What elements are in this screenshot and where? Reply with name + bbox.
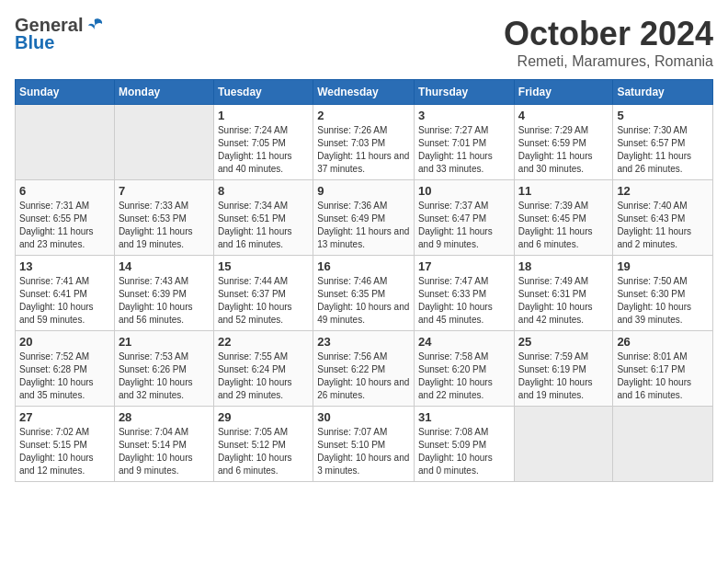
day-cell: 20Sunrise: 7:52 AMSunset: 6:28 PMDayligh…	[16, 331, 115, 407]
day-info: Sunrise: 7:33 AMSunset: 6:53 PMDaylight:…	[119, 200, 210, 251]
day-number: 6	[19, 184, 110, 198]
day-info: Sunrise: 7:39 AMSunset: 6:45 PMDaylight:…	[518, 200, 609, 251]
location-subtitle: Remeti, Maramures, Romania	[504, 53, 713, 70]
day-cell: 18Sunrise: 7:49 AMSunset: 6:31 PMDayligh…	[514, 256, 613, 331]
day-info: Sunrise: 7:46 AMSunset: 6:35 PMDaylight:…	[317, 275, 410, 327]
day-info: Sunrise: 7:30 AMSunset: 6:57 PMDaylight:…	[617, 124, 709, 176]
day-number: 10	[418, 184, 510, 198]
weekday-header-saturday: Saturday	[613, 80, 713, 105]
day-cell: 31Sunrise: 7:08 AMSunset: 5:09 PMDayligh…	[415, 407, 515, 482]
day-info: Sunrise: 7:04 AMSunset: 5:14 PMDaylight:…	[119, 426, 210, 477]
day-cell: 10Sunrise: 7:37 AMSunset: 6:47 PMDayligh…	[415, 180, 515, 256]
day-cell: 8Sunrise: 7:34 AMSunset: 6:51 PMDaylight…	[213, 180, 313, 256]
day-number: 30	[317, 410, 410, 424]
day-number: 22	[218, 335, 309, 349]
day-info: Sunrise: 7:29 AMSunset: 6:59 PMDaylight:…	[518, 124, 609, 176]
day-info: Sunrise: 7:27 AMSunset: 7:01 PMDaylight:…	[418, 124, 510, 176]
week-row-1: 1Sunrise: 7:24 AMSunset: 7:05 PMDaylight…	[16, 105, 713, 180]
weekday-header-friday: Friday	[514, 80, 613, 105]
day-number: 5	[617, 109, 709, 122]
day-cell: 24Sunrise: 7:58 AMSunset: 6:20 PMDayligh…	[415, 331, 515, 407]
day-info: Sunrise: 7:52 AMSunset: 6:28 PMDaylight:…	[19, 350, 110, 402]
day-number: 25	[518, 335, 609, 349]
day-cell: 4Sunrise: 7:29 AMSunset: 6:59 PMDaylight…	[514, 105, 613, 180]
day-cell: 27Sunrise: 7:02 AMSunset: 5:15 PMDayligh…	[16, 407, 115, 482]
day-number: 31	[418, 410, 510, 424]
day-info: Sunrise: 7:56 AMSunset: 6:22 PMDaylight:…	[317, 350, 410, 402]
weekday-header-thursday: Thursday	[415, 80, 515, 105]
day-cell: 21Sunrise: 7:53 AMSunset: 6:26 PMDayligh…	[114, 331, 213, 407]
day-number: 1	[218, 109, 309, 122]
day-cell: 6Sunrise: 7:31 AMSunset: 6:55 PMDaylight…	[16, 180, 115, 256]
day-cell: 2Sunrise: 7:26 AMSunset: 7:03 PMDaylight…	[313, 105, 415, 180]
day-info: Sunrise: 7:31 AMSunset: 6:55 PMDaylight:…	[19, 200, 110, 251]
day-info: Sunrise: 7:02 AMSunset: 5:15 PMDaylight:…	[19, 426, 110, 477]
day-info: Sunrise: 7:55 AMSunset: 6:24 PMDaylight:…	[218, 350, 309, 402]
day-info: Sunrise: 7:08 AMSunset: 5:09 PMDaylight:…	[418, 426, 510, 477]
day-cell	[114, 105, 213, 180]
day-number: 27	[19, 410, 110, 424]
day-number: 17	[418, 259, 510, 273]
day-cell: 15Sunrise: 7:44 AMSunset: 6:37 PMDayligh…	[213, 256, 313, 331]
week-row-5: 27Sunrise: 7:02 AMSunset: 5:15 PMDayligh…	[16, 407, 713, 482]
day-cell: 23Sunrise: 7:56 AMSunset: 6:22 PMDayligh…	[313, 331, 415, 407]
day-cell: 5Sunrise: 7:30 AMSunset: 6:57 PMDaylight…	[613, 105, 713, 180]
day-cell: 14Sunrise: 7:43 AMSunset: 6:39 PMDayligh…	[114, 256, 213, 331]
day-number: 24	[418, 335, 510, 349]
day-number: 7	[119, 184, 210, 198]
header: General Blue October 2024 Remeti, Maramu…	[15, 15, 713, 70]
calendar-table: SundayMondayTuesdayWednesdayThursdayFrid…	[15, 79, 713, 482]
day-number: 14	[119, 259, 210, 273]
day-info: Sunrise: 7:40 AMSunset: 6:43 PMDaylight:…	[617, 200, 709, 251]
day-number: 2	[317, 109, 410, 122]
day-number: 23	[317, 335, 410, 349]
weekday-header-tuesday: Tuesday	[213, 80, 313, 105]
day-cell: 25Sunrise: 7:59 AMSunset: 6:19 PMDayligh…	[514, 331, 613, 407]
day-info: Sunrise: 7:44 AMSunset: 6:37 PMDaylight:…	[218, 275, 309, 327]
day-info: Sunrise: 7:49 AMSunset: 6:31 PMDaylight:…	[518, 275, 609, 327]
day-info: Sunrise: 7:58 AMSunset: 6:20 PMDaylight:…	[418, 350, 510, 402]
weekday-header-row: SundayMondayTuesdayWednesdayThursdayFrid…	[16, 80, 713, 105]
day-number: 4	[518, 109, 609, 122]
weekday-header-wednesday: Wednesday	[313, 80, 415, 105]
day-info: Sunrise: 8:01 AMSunset: 6:17 PMDaylight:…	[617, 350, 709, 402]
day-info: Sunrise: 7:43 AMSunset: 6:39 PMDaylight:…	[119, 275, 210, 327]
day-cell: 16Sunrise: 7:46 AMSunset: 6:35 PMDayligh…	[313, 256, 415, 331]
day-info: Sunrise: 7:41 AMSunset: 6:41 PMDaylight:…	[19, 275, 110, 327]
day-number: 19	[617, 259, 709, 273]
day-cell: 1Sunrise: 7:24 AMSunset: 7:05 PMDaylight…	[213, 105, 313, 180]
day-number: 15	[218, 259, 309, 273]
day-info: Sunrise: 7:07 AMSunset: 5:10 PMDaylight:…	[317, 426, 410, 477]
day-info: Sunrise: 7:47 AMSunset: 6:33 PMDaylight:…	[418, 275, 510, 327]
logo-blue-text: Blue	[15, 32, 54, 53]
day-info: Sunrise: 7:26 AMSunset: 7:03 PMDaylight:…	[317, 124, 410, 176]
day-info: Sunrise: 7:36 AMSunset: 6:49 PMDaylight:…	[317, 200, 410, 251]
day-info: Sunrise: 7:37 AMSunset: 6:47 PMDaylight:…	[418, 200, 510, 251]
day-cell	[613, 407, 713, 482]
day-number: 16	[317, 259, 410, 273]
week-row-3: 13Sunrise: 7:41 AMSunset: 6:41 PMDayligh…	[16, 256, 713, 331]
weekday-header-sunday: Sunday	[16, 80, 115, 105]
day-cell: 28Sunrise: 7:04 AMSunset: 5:14 PMDayligh…	[114, 407, 213, 482]
day-number: 8	[218, 184, 309, 198]
day-number: 13	[19, 259, 110, 273]
day-info: Sunrise: 7:59 AMSunset: 6:19 PMDaylight:…	[518, 350, 609, 402]
day-cell: 19Sunrise: 7:50 AMSunset: 6:30 PMDayligh…	[613, 256, 713, 331]
weekday-header-monday: Monday	[114, 80, 213, 105]
day-number: 11	[518, 184, 609, 198]
week-row-2: 6Sunrise: 7:31 AMSunset: 6:55 PMDaylight…	[16, 180, 713, 256]
day-info: Sunrise: 7:50 AMSunset: 6:30 PMDaylight:…	[617, 275, 709, 327]
day-cell: 17Sunrise: 7:47 AMSunset: 6:33 PMDayligh…	[415, 256, 515, 331]
day-number: 20	[19, 335, 110, 349]
day-cell: 29Sunrise: 7:05 AMSunset: 5:12 PMDayligh…	[213, 407, 313, 482]
month-title: October 2024	[504, 15, 713, 53]
day-number: 21	[119, 335, 210, 349]
day-number: 12	[617, 184, 709, 198]
day-cell: 26Sunrise: 8:01 AMSunset: 6:17 PMDayligh…	[613, 331, 713, 407]
day-cell: 11Sunrise: 7:39 AMSunset: 6:45 PMDayligh…	[514, 180, 613, 256]
day-info: Sunrise: 7:34 AMSunset: 6:51 PMDaylight:…	[218, 200, 309, 251]
day-cell	[514, 407, 613, 482]
week-row-4: 20Sunrise: 7:52 AMSunset: 6:28 PMDayligh…	[16, 331, 713, 407]
logo: General Blue	[15, 15, 105, 53]
day-number: 26	[617, 335, 709, 349]
